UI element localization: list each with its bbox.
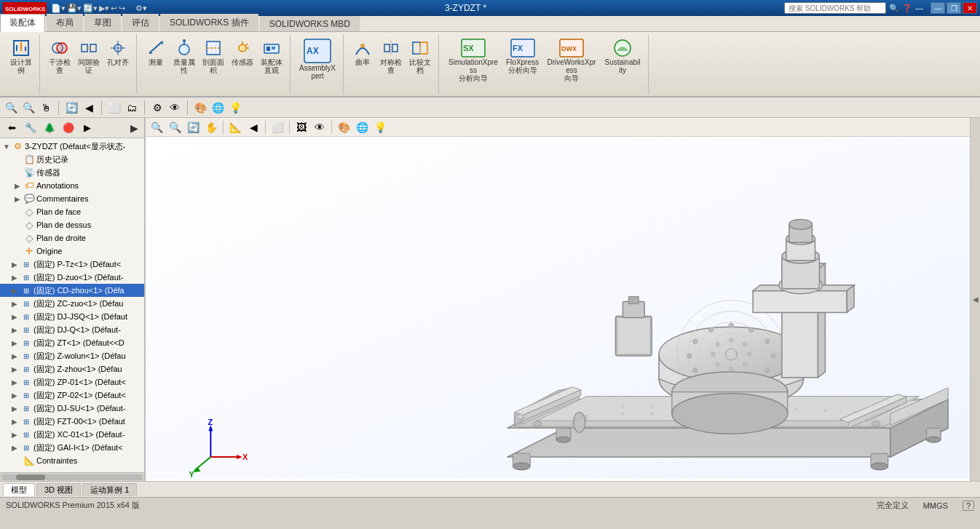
tree-commentaires[interactable]: ▶ 💬 Commentaires — [0, 192, 144, 205]
btn-simulation-xpress[interactable]: SX SimulationXpress分析向导 — [445, 36, 502, 84]
tree-horizontal-scroll[interactable] — [0, 472, 144, 481]
btn-symmetry-check[interactable]: 对称检查 — [377, 36, 405, 76]
tab-sketch[interactable]: 草图 — [84, 14, 121, 31]
hide-show-icon[interactable]: 👁 — [167, 100, 183, 116]
tree-cd-zhou[interactable]: ▶ ⊞ (固定) CD-zhou<1> (Défa — [0, 284, 144, 297]
tree-dj-q[interactable]: ▶ ⊞ (固定) DJ-Q<1> (Défaut- — [0, 323, 144, 336]
cv-appear-icon[interactable]: 🎨 — [336, 119, 352, 135]
tree-z-wolun[interactable]: ▶ ⊞ (固定) Z-wolun<1> (Défau — [0, 349, 144, 362]
tab-model[interactable]: 模型 — [3, 483, 35, 496]
cv-view-icon[interactable]: 📐 — [227, 119, 243, 135]
help-icon[interactable]: ❓ — [902, 4, 912, 13]
btn-sensor[interactable]: 传感器 — [229, 36, 256, 76]
tree-zp-01[interactable]: ▶ ⊞ (固定) ZP-01<1> (Défaut< — [0, 375, 144, 389]
cv-pan-icon[interactable]: ✋ — [203, 119, 219, 135]
right-collapse-bar[interactable]: ◀ — [970, 118, 980, 481]
cv-prev-view-icon[interactable]: ◀ — [245, 119, 261, 135]
close-button[interactable]: ✕ — [963, 2, 977, 14]
cv-zoom-icon[interactable]: 🔍 — [149, 119, 165, 135]
cv-section-icon[interactable]: ⬜ — [269, 119, 285, 135]
btn-driveworks[interactable]: DWX DriveWorksXpress向导 — [543, 36, 600, 84]
tree-xc-01[interactable]: ▶ ⊞ (固定) XC-01<1> (Défaut- — [0, 428, 144, 441]
btn-measure[interactable]: 测量 — [143, 36, 169, 76]
tree-p-tz[interactable]: ▶ ⊞ (固定) P-Tz<1> (Défaut< — [0, 258, 144, 271]
zoom-icon[interactable]: 🔍 — [20, 100, 36, 116]
tree-dj-su[interactable]: ▶ ⊞ (固定) DJ-SU<1> (Défaut- — [0, 402, 144, 415]
window-controls[interactable]: 🔍 ❓ — — ❐ ✕ — [784, 2, 977, 14]
section-view-icon[interactable]: ⬜ — [106, 100, 122, 116]
zoom-to-fit-icon[interactable]: 🔍 — [3, 100, 19, 116]
restore-button[interactable]: ❐ — [947, 2, 961, 14]
cv-rotate-icon[interactable]: 🔄 — [185, 119, 201, 135]
tree-plan-face[interactable]: ◇ Plan de face — [0, 205, 144, 218]
btn-compare-docs[interactable]: 比较文档 — [406, 36, 434, 76]
tree-zc-zuo[interactable]: ▶ ⊞ (固定) ZC-zuo<1> (Défau — [0, 297, 144, 310]
panel-btn-config[interactable]: ▶ — [79, 120, 96, 136]
scroll-thumb[interactable] — [16, 474, 45, 480]
tree-z-zhou[interactable]: ▶ ⊞ (固定) Z-zhou<1> (Défau — [0, 362, 144, 375]
tab-evaluate[interactable]: 评估 — [122, 14, 159, 31]
edit-appear-icon[interactable]: 🎨 — [192, 100, 208, 116]
svg-point-137 — [533, 421, 542, 426]
btn-hole-align[interactable]: 孔对齐 — [104, 36, 132, 76]
cv-display-icon[interactable]: 🖼 — [293, 119, 309, 135]
btn-section-area[interactable]: 剖面面积 — [199, 36, 227, 76]
tree-root[interactable]: ▼ ⚙ 3-ZYDZT (Défaut<显示状态- — [0, 140, 144, 153]
panel-btn-arrow[interactable]: ⬅ — [3, 120, 20, 136]
lights-icon[interactable]: 💡 — [227, 100, 243, 116]
search-input[interactable] — [784, 2, 886, 14]
btn-floXpress[interactable]: FX FloXpress分析向导 — [503, 36, 542, 84]
tab-sw-plugins[interactable]: SOLIDWORKS 插件 — [160, 14, 258, 31]
tab-motion-study[interactable]: 运动算例 1 — [82, 483, 137, 496]
btn-clearance[interactable]: 间隙验证 — [75, 36, 103, 76]
viewport[interactable]: 🔍 🔍 🔄 ✋ 📐 ◀ ⬜ 🖼 👁 🎨 🌐 💡 — [146, 118, 970, 481]
tree-sensors[interactable]: 📡 传感器 — [0, 166, 144, 179]
tree-d-zuo[interactable]: ▶ ⊞ (固定) D-zuo<1> (Défaut- — [0, 271, 144, 284]
tree-plan-droite[interactable]: ◇ Plan de droite — [0, 231, 144, 244]
panel-btn-add[interactable]: 🔧 — [22, 120, 39, 136]
tree-dj-jsq[interactable]: ▶ ⊞ (固定) DJ-JSQ<1> (Défaut — [0, 310, 144, 323]
btn-assembly-xpert[interactable]: AX AssemblyXpert — [296, 36, 339, 82]
panel-btn-tree[interactable]: 🌲 — [41, 120, 58, 136]
btn-design-study[interactable]: 设计算例 — [7, 36, 35, 76]
btn-assembly-viz[interactable]: 装配体直观 — [258, 36, 285, 76]
tree-origine[interactable]: ✛ Origine — [0, 244, 144, 258]
view-toolbar: 🔍 🔍 🖱 🔄 ◀ ⬜ 🗂 ⚙ 👁 🎨 🌐 💡 — [0, 98, 980, 118]
tree-plan-dessus[interactable]: ◇ Plan de dessus — [0, 218, 144, 231]
cv-light-icon[interactable]: 💡 — [372, 119, 388, 135]
tree-zt[interactable]: ▶ ⊞ (固定) ZT<1> (Défaut<<D — [0, 336, 144, 349]
btn-sustainability[interactable]: Sustainability — [601, 36, 644, 84]
tab-sw-mbd[interactable]: SOLIDWORKS MBD — [260, 16, 360, 31]
tree-gai-i[interactable]: ▶ ⊞ (固定) GAI-I<1> (Défaut< — [0, 441, 144, 454]
btn-curvature[interactable]: 曲率 — [349, 36, 376, 76]
btn-mass-props[interactable]: 质量属性 — [170, 36, 198, 76]
cv-zoom2-icon[interactable]: 🔍 — [167, 119, 183, 135]
tree-fzt-00[interactable]: ▶ ⊞ (固定) FZT-00<1> (Défaut — [0, 415, 144, 428]
tab-assembly[interactable]: 装配体 — [0, 14, 45, 32]
view-orient-icon[interactable]: 🔄 — [63, 100, 79, 116]
tab-3d-view[interactable]: 3D 视图 — [36, 483, 81, 496]
tree-zp-02[interactable]: ▶ ⊞ (固定) ZP-02<1> (Défaut< — [0, 389, 144, 402]
tree-history[interactable]: 📋 历史记录 — [0, 153, 144, 166]
panel-expand-btn[interactable]: ▶ — [127, 122, 141, 134]
tree-contraintes[interactable]: 📐 Contraintes — [0, 454, 144, 467]
scenes-icon[interactable]: 🌐 — [210, 100, 226, 116]
cv-sep1 — [223, 121, 224, 134]
status-help[interactable]: ? — [963, 501, 974, 511]
cv-hide-icon[interactable]: 👁 — [312, 119, 328, 135]
prev-view-icon[interactable]: ◀ — [81, 100, 97, 116]
search-icon[interactable]: 🔍 — [889, 4, 899, 13]
btn-interference[interactable]: 干涉检查 — [46, 36, 74, 76]
minimize-button[interactable]: — — [930, 2, 945, 14]
minus-icon[interactable]: — — [915, 4, 923, 12]
svg-point-61 — [556, 437, 571, 442]
tree-annotations[interactable]: ▶ 🏷 Annotations — [0, 179, 144, 192]
cv-scene-icon[interactable]: 🌐 — [354, 119, 370, 135]
measure-icon — [146, 38, 166, 58]
select-icon[interactable]: 🖱 — [38, 100, 54, 116]
display-style-icon[interactable]: ⚙ — [149, 100, 165, 116]
tab-layout[interactable]: 布局 — [47, 14, 83, 31]
panel-btn-props[interactable]: 🔴 — [60, 120, 77, 136]
view-palette-icon[interactable]: 🗂 — [124, 100, 140, 116]
svg-text:SOLIDWORKS: SOLIDWORKS — [5, 6, 46, 12]
